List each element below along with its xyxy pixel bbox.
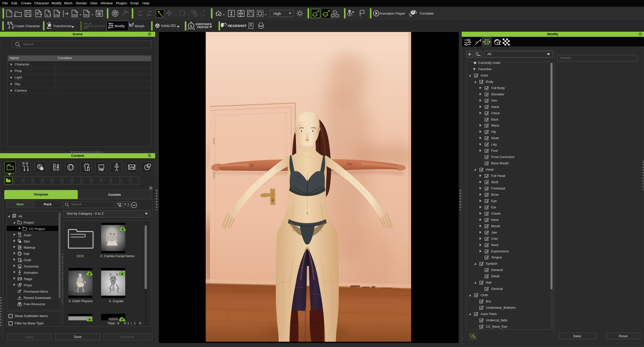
svg-text:Modify: Modify [115,24,125,28]
svg-text:High: High [273,11,281,16]
svg-text:FBX: FBX [84,14,89,16]
svg-text:Morph: Morph [135,24,144,28]
svg-text:USD: USD [55,14,60,16]
svg-text:Animation Player: Animation Player [379,12,405,15]
svg-text:InstaLOD: InstaLOD [161,24,176,28]
svg-text:Transformer: Transformer [53,24,72,28]
svg-text:Conform: Conform [92,24,105,28]
svg-text:OBJ: OBJ [72,14,77,16]
svg-text:S: S [190,24,192,28]
svg-text:Turntable: Turntable [419,12,434,15]
svg-text:IC: IC [46,14,49,16]
svg-text:HEADSHOT: HEADSHOT [228,24,247,28]
svg-text:PAINTER: PAINTER [197,26,209,29]
svg-text:Create Character: Create Character [14,24,40,28]
svg-text:SUBSTANCE: SUBSTANCE [196,23,212,26]
